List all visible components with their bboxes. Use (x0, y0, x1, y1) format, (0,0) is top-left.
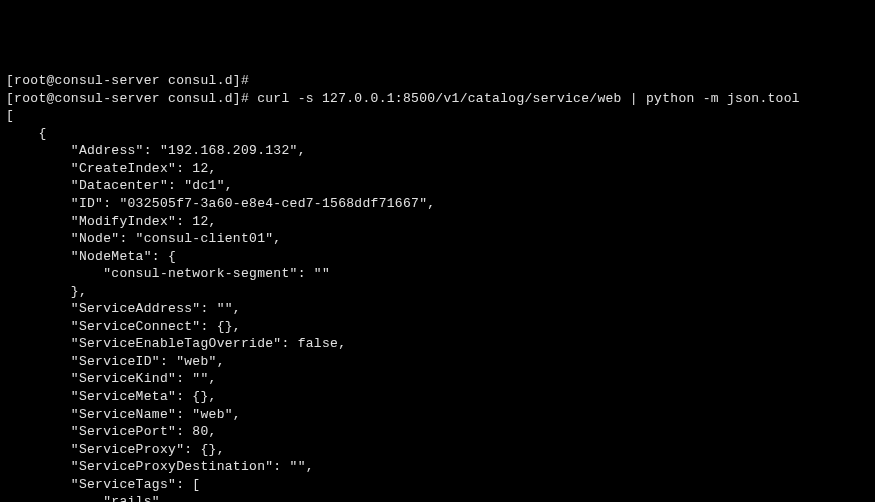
shell-prompt: [root@consul-server consul.d]# (6, 91, 257, 106)
json-output-line: "ServiceAddress": "", (6, 300, 869, 318)
json-output-line: "ServiceProxyDestination": "", (6, 458, 869, 476)
json-output-line: "ServiceMeta": {}, (6, 388, 869, 406)
json-output-line: "ServiceEnableTagOverride": false, (6, 335, 869, 353)
json-output-line: "consul-network-segment": "" (6, 265, 869, 283)
prompt-line-prev: [root@consul-server consul.d]# (6, 72, 869, 90)
json-output-line: "rails" (6, 493, 869, 502)
json-output-line: "ServiceID": "web", (6, 353, 869, 371)
terminal-output[interactable]: [root@consul-server consul.d]#[root@cons… (6, 72, 869, 502)
json-output-line: "ServicePort": 80, (6, 423, 869, 441)
json-output-line: "Address": "192.168.209.132", (6, 142, 869, 160)
json-output-line: "ServiceProxy": {}, (6, 441, 869, 459)
json-output-line: "CreateIndex": 12, (6, 160, 869, 178)
json-output-line: "ServiceName": "web", (6, 406, 869, 424)
json-output-line: [ (6, 107, 869, 125)
json-output-line: "Node": "consul-client01", (6, 230, 869, 248)
json-output-line: }, (6, 283, 869, 301)
json-output-line: { (6, 125, 869, 143)
json-output-line: "Datacenter": "dc1", (6, 177, 869, 195)
json-output-line: "ModifyIndex": 12, (6, 213, 869, 231)
json-output-line: "ServiceKind": "", (6, 370, 869, 388)
json-output-line: "ServiceTags": [ (6, 476, 869, 494)
json-output-line: "ID": "032505f7-3a60-e8e4-ced7-1568ddf71… (6, 195, 869, 213)
command-line: [root@consul-server consul.d]# curl -s 1… (6, 90, 869, 108)
command-text: curl -s 127.0.0.1:8500/v1/catalog/servic… (257, 91, 800, 106)
json-output-line: "ServiceConnect": {}, (6, 318, 869, 336)
json-output-line: "NodeMeta": { (6, 248, 869, 266)
